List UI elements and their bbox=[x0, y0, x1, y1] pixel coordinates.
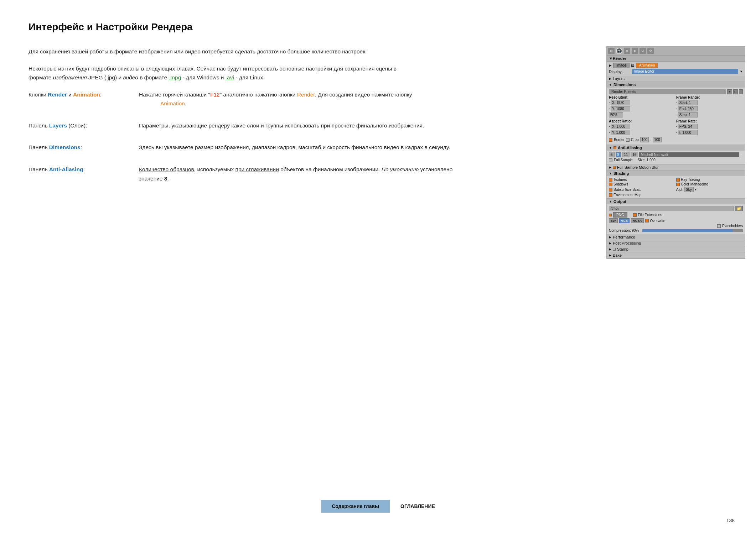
aa-title: Anti-Aliasing bbox=[618, 146, 642, 150]
post-processing-header[interactable]: ▶ Post Processing bbox=[607, 240, 745, 246]
framerate-label: Frame Rate: bbox=[676, 119, 743, 123]
shading-body: Textures Ray Tracing Shadows Color Manag… bbox=[607, 176, 745, 198]
frame-range-label: Frame Range: bbox=[676, 95, 743, 99]
fps-val-dot-icon: • bbox=[676, 131, 677, 134]
ay-input[interactable]: Y: 1.000 bbox=[611, 130, 630, 135]
end-input[interactable]: End: 250 bbox=[678, 106, 698, 111]
display-dropdown[interactable]: Image Editor bbox=[632, 69, 738, 74]
performance-header[interactable]: ▶ Performance bbox=[607, 234, 745, 240]
x-input[interactable]: X: 1920 bbox=[611, 100, 630, 105]
size2-input[interactable]: 100 bbox=[653, 137, 662, 142]
output-title: Output bbox=[613, 199, 626, 204]
color-manage-checkbox[interactable] bbox=[676, 183, 680, 186]
format-dropdown[interactable]: PNG bbox=[613, 212, 627, 218]
presets-icon-3[interactable]: - bbox=[739, 89, 743, 94]
sky-arrow-icon: ▼ bbox=[694, 188, 697, 191]
topbar-icon-refresh[interactable]: ↺ bbox=[640, 48, 646, 54]
scale-input[interactable]: 50% bbox=[609, 112, 623, 117]
border-checkbox[interactable] bbox=[609, 138, 612, 142]
aa-body: 5 8 11 16 Mitchell-Netravali ▼ Full Samp… bbox=[607, 151, 745, 164]
compression-bar[interactable] bbox=[642, 229, 743, 232]
file-ext-checkbox[interactable] bbox=[633, 213, 637, 217]
crop-checkbox[interactable] bbox=[626, 138, 630, 142]
topbar-icon-settings[interactable]: ⚙ bbox=[647, 48, 654, 54]
fps-input[interactable]: FPS: 24 bbox=[678, 124, 698, 129]
subsurface-checkbox[interactable] bbox=[609, 188, 612, 192]
motion-blur-arrow-icon: ▶ bbox=[609, 166, 611, 169]
output-header[interactable]: ▼ Output bbox=[607, 199, 745, 204]
raytracing-checkbox[interactable] bbox=[676, 178, 680, 182]
rgba-btn[interactable]: RGBA bbox=[631, 218, 644, 223]
bake-header[interactable]: ▶ Bake bbox=[607, 252, 745, 258]
bake-arrow-icon: ▶ bbox=[609, 253, 611, 257]
presets-icon-1[interactable]: + bbox=[727, 89, 732, 94]
aa-num-11[interactable]: 11 bbox=[622, 152, 630, 157]
toc-main-link[interactable]: ОГЛАВЛЕНИЕ bbox=[400, 503, 435, 509]
y-field-row: • Y: 1080 bbox=[609, 106, 675, 111]
overwrite-checkbox[interactable] bbox=[645, 219, 649, 222]
presets-dropdown[interactable]: Render Presets bbox=[609, 89, 726, 94]
start-dot-icon: • bbox=[676, 101, 677, 104]
page-number: 138 bbox=[726, 518, 735, 523]
aa-num-8[interactable]: 8 bbox=[616, 152, 621, 157]
render-tabs-row: ▶ Image 🖼 Animation bbox=[609, 63, 743, 68]
full-sample-checkbox[interactable] bbox=[609, 158, 612, 162]
shadows-checkbox[interactable] bbox=[609, 183, 612, 186]
topbar-icon-4[interactable]: ● bbox=[632, 48, 638, 54]
motion-blur-title: Full Sample Motion Blur bbox=[617, 165, 659, 169]
textures-row: Textures bbox=[609, 178, 675, 182]
motion-blur-header[interactable]: ▶ Full Sample Motion Blur bbox=[607, 164, 745, 171]
motion-blur-checkbox[interactable] bbox=[613, 166, 616, 169]
step-input[interactable]: Step: 1 bbox=[678, 112, 698, 117]
start-input[interactable]: Start: 1 bbox=[678, 100, 698, 105]
layers-section-header[interactable]: ▶ Layers bbox=[607, 76, 745, 82]
page-title: Интерфейс и Настройки Рендера bbox=[29, 21, 581, 33]
aa-checkbox[interactable] bbox=[613, 146, 616, 149]
rgb-btn[interactable]: RGB bbox=[619, 218, 630, 223]
resolution-label: Resolution: bbox=[609, 95, 675, 99]
output-path-row: /tmp\ 📁 bbox=[609, 206, 743, 211]
env-map-checkbox[interactable] bbox=[609, 193, 612, 197]
y-input[interactable]: Y: 1080 bbox=[611, 106, 630, 111]
format-checkbox[interactable] bbox=[609, 214, 612, 216]
desc-label-dimensions: Панель Dimensions: bbox=[29, 143, 139, 152]
x-dot-icon: • bbox=[609, 101, 610, 104]
render-arrow: ▼ bbox=[609, 56, 613, 61]
sidebar-panel: ⊞ 📷 ● ● ↺ ⚙ ▼ Render ▶ Image 🖼 Animation… bbox=[606, 46, 745, 259]
topbar-icon-1[interactable]: ⊞ bbox=[608, 48, 615, 54]
topbar-icon-camera[interactable]: 📷 bbox=[616, 48, 622, 54]
aa-num-16[interactable]: 16 bbox=[631, 152, 638, 157]
placeholders-checkbox[interactable] bbox=[717, 224, 721, 228]
aa-header[interactable]: ▼ Anti-Aliasing bbox=[607, 145, 745, 151]
aspect-col: Aspect Ratio: • X: 1.000 • Y: 1.000 bbox=[609, 119, 675, 136]
intro-paragraph-2: Некоторые из них будут подробно описаны … bbox=[29, 64, 420, 82]
fps-val-input[interactable]: f: 1.000 bbox=[678, 130, 698, 135]
presets-icon-2[interactable]: □ bbox=[733, 89, 738, 94]
folder-icon[interactable]: 📁 bbox=[735, 206, 743, 211]
shading-header[interactable]: ▼ Shading bbox=[607, 171, 745, 176]
render-tab-animation[interactable]: Animation bbox=[636, 63, 658, 68]
textures-checkbox[interactable] bbox=[609, 178, 612, 182]
full-sample-label: Full Sample bbox=[614, 158, 633, 162]
display-label: Display: bbox=[609, 69, 630, 74]
stamp-checkbox[interactable] bbox=[613, 248, 616, 251]
presets-row: Render Presets + □ - bbox=[609, 89, 743, 94]
output-path-input[interactable]: /tmp\ bbox=[609, 206, 734, 211]
render-tab-image[interactable]: Image bbox=[613, 63, 630, 68]
shading-section: ▼ Shading Textures Ray Tracing Shadows bbox=[607, 171, 745, 199]
main-content: Интерфейс и Настройки Рендера Для сохран… bbox=[29, 21, 581, 183]
stamp-header[interactable]: ▶ Stamp bbox=[607, 246, 745, 252]
border-crop-row: Border Crop 100 : 100 bbox=[609, 137, 743, 142]
end-dot-icon: • bbox=[676, 107, 677, 110]
toc-chapter-button[interactable]: Содержание главы bbox=[321, 500, 390, 513]
dimensions-header[interactable]: ▼ Dimensions bbox=[607, 82, 745, 88]
bw-btn[interactable]: BW bbox=[609, 218, 618, 223]
aa-num-5[interactable]: 5 bbox=[609, 152, 615, 157]
size1-input[interactable]: 100 bbox=[640, 137, 649, 142]
desc-content-render: Нажатие горячей клавиши "F12" аналогично… bbox=[139, 90, 460, 108]
aa-filter-dropdown[interactable]: Mitchell-Netravali bbox=[639, 152, 739, 157]
ax-input[interactable]: X: 1.000 bbox=[611, 124, 630, 129]
sky-dropdown[interactable]: Sky bbox=[684, 187, 694, 192]
topbar-icon-3[interactable]: ● bbox=[624, 48, 630, 54]
color-manage-row: Color Manageme bbox=[676, 182, 743, 186]
